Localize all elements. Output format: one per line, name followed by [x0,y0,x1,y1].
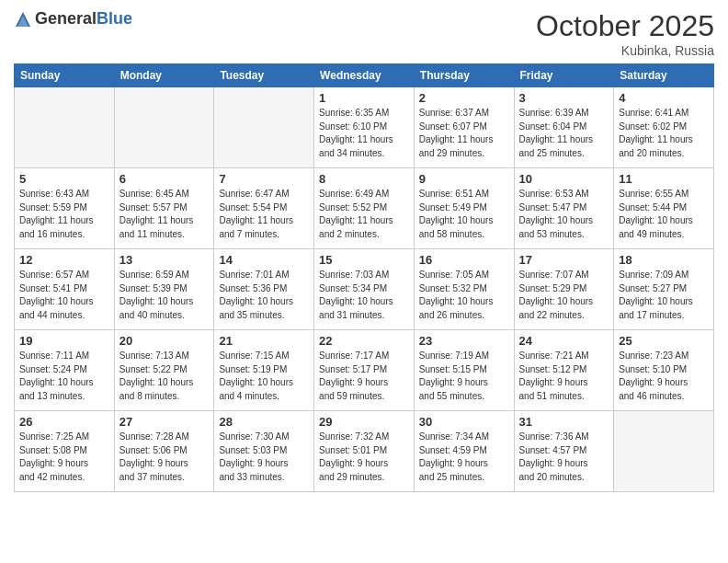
day-info: Sunrise: 6:53 AM Sunset: 5:47 PM Dayligh… [519,188,609,241]
day-number: 27 [119,415,210,429]
day-info: Sunrise: 6:59 AM Sunset: 5:39 PM Dayligh… [119,269,210,322]
day-info: Sunrise: 6:57 AM Sunset: 5:41 PM Dayligh… [19,269,109,322]
calendar-cell: 13Sunrise: 6:59 AM Sunset: 5:39 PM Dayli… [114,249,214,330]
calendar-cell: 5Sunrise: 6:43 AM Sunset: 5:59 PM Daylig… [15,168,115,249]
calendar-week-5: 26Sunrise: 7:25 AM Sunset: 5:08 PM Dayli… [15,411,714,492]
day-number: 15 [319,253,409,267]
col-wednesday: Wednesday [314,64,415,87]
day-info: Sunrise: 6:45 AM Sunset: 5:57 PM Dayligh… [119,188,210,241]
day-info: Sunrise: 7:03 AM Sunset: 5:34 PM Dayligh… [319,269,409,322]
day-number: 1 [319,91,409,105]
calendar-cell: 16Sunrise: 7:05 AM Sunset: 5:32 PM Dayli… [414,249,514,330]
day-number: 14 [219,253,309,267]
day-number: 29 [319,415,409,429]
day-info: Sunrise: 7:01 AM Sunset: 5:36 PM Dayligh… [219,269,309,322]
day-info: Sunrise: 7:36 AM Sunset: 4:57 PM Dayligh… [519,431,609,484]
calendar-cell: 15Sunrise: 7:03 AM Sunset: 5:34 PM Dayli… [314,249,415,330]
day-number: 24 [519,334,609,348]
calendar-table: Sunday Monday Tuesday Wednesday Thursday… [14,63,714,492]
day-number: 30 [419,415,509,429]
col-saturday: Saturday [614,64,714,87]
day-info: Sunrise: 7:17 AM Sunset: 5:17 PM Dayligh… [319,350,409,403]
location: Kubinka, Russia [536,43,714,58]
day-info: Sunrise: 7:19 AM Sunset: 5:15 PM Dayligh… [419,350,509,403]
calendar-cell: 4Sunrise: 6:41 AM Sunset: 6:02 PM Daylig… [614,87,714,168]
calendar-cell: 22Sunrise: 7:17 AM Sunset: 5:17 PM Dayli… [314,330,415,411]
calendar-week-1: 1Sunrise: 6:35 AM Sunset: 6:10 PM Daylig… [15,87,714,168]
day-number: 7 [219,172,309,186]
day-number: 13 [119,253,210,267]
day-info: Sunrise: 7:25 AM Sunset: 5:08 PM Dayligh… [19,431,109,484]
day-number: 31 [519,415,609,429]
calendar-week-4: 19Sunrise: 7:11 AM Sunset: 5:24 PM Dayli… [15,330,714,411]
title-area: October 2025 Kubinka, Russia [536,9,714,58]
calendar-cell [114,87,214,168]
header: GeneralBlue October 2025 Kubinka, Russia [14,9,714,58]
day-number: 5 [19,172,109,186]
day-number: 11 [619,172,709,186]
calendar-cell: 6Sunrise: 6:45 AM Sunset: 5:57 PM Daylig… [114,168,214,249]
calendar-cell [614,411,714,492]
day-number: 9 [419,172,509,186]
day-number: 2 [419,91,509,105]
logo-blue: Blue [97,9,132,29]
calendar-container: GeneralBlue October 2025 Kubinka, Russia… [0,0,728,501]
day-info: Sunrise: 7:34 AM Sunset: 4:59 PM Dayligh… [419,431,509,484]
calendar-cell: 25Sunrise: 7:23 AM Sunset: 5:10 PM Dayli… [614,330,714,411]
calendar-cell: 28Sunrise: 7:30 AM Sunset: 5:03 PM Dayli… [214,411,314,492]
day-number: 25 [619,334,709,348]
day-info: Sunrise: 6:51 AM Sunset: 5:49 PM Dayligh… [419,188,509,241]
day-number: 19 [19,334,109,348]
calendar-cell: 31Sunrise: 7:36 AM Sunset: 4:57 PM Dayli… [514,411,614,492]
day-info: Sunrise: 6:47 AM Sunset: 5:54 PM Dayligh… [219,188,309,241]
day-number: 26 [19,415,109,429]
calendar-cell [15,87,115,168]
day-info: Sunrise: 6:49 AM Sunset: 5:52 PM Dayligh… [319,188,409,241]
day-number: 17 [519,253,609,267]
day-info: Sunrise: 7:21 AM Sunset: 5:12 PM Dayligh… [519,350,609,403]
day-number: 6 [119,172,210,186]
day-info: Sunrise: 7:09 AM Sunset: 5:27 PM Dayligh… [619,269,709,322]
day-info: Sunrise: 6:55 AM Sunset: 5:44 PM Dayligh… [619,188,709,241]
calendar-cell: 29Sunrise: 7:32 AM Sunset: 5:01 PM Dayli… [314,411,415,492]
day-info: Sunrise: 7:15 AM Sunset: 5:19 PM Dayligh… [219,350,309,403]
day-number: 3 [519,91,609,105]
day-number: 8 [319,172,409,186]
calendar-cell [214,87,314,168]
day-number: 16 [419,253,509,267]
day-info: Sunrise: 7:28 AM Sunset: 5:06 PM Dayligh… [119,431,210,484]
day-number: 12 [19,253,109,267]
day-info: Sunrise: 7:23 AM Sunset: 5:10 PM Dayligh… [619,350,709,403]
calendar-week-2: 5Sunrise: 6:43 AM Sunset: 5:59 PM Daylig… [15,168,714,249]
col-sunday: Sunday [15,64,115,87]
day-number: 10 [519,172,609,186]
day-info: Sunrise: 7:13 AM Sunset: 5:22 PM Dayligh… [119,350,210,403]
day-info: Sunrise: 6:43 AM Sunset: 5:59 PM Dayligh… [19,188,109,241]
calendar-cell: 10Sunrise: 6:53 AM Sunset: 5:47 PM Dayli… [514,168,614,249]
day-info: Sunrise: 7:07 AM Sunset: 5:29 PM Dayligh… [519,269,609,322]
day-info: Sunrise: 7:30 AM Sunset: 5:03 PM Dayligh… [219,431,309,484]
calendar-cell: 3Sunrise: 6:39 AM Sunset: 6:04 PM Daylig… [514,87,614,168]
calendar-cell: 20Sunrise: 7:13 AM Sunset: 5:22 PM Dayli… [114,330,214,411]
col-tuesday: Tuesday [214,64,314,87]
calendar-cell: 7Sunrise: 6:47 AM Sunset: 5:54 PM Daylig… [214,168,314,249]
col-friday: Friday [514,64,614,87]
day-info: Sunrise: 7:05 AM Sunset: 5:32 PM Dayligh… [419,269,509,322]
logo-icon [14,10,32,29]
calendar-cell: 19Sunrise: 7:11 AM Sunset: 5:24 PM Dayli… [15,330,115,411]
day-number: 28 [219,415,309,429]
calendar-cell: 30Sunrise: 7:34 AM Sunset: 4:59 PM Dayli… [414,411,514,492]
logo-general: General [35,9,97,29]
calendar-cell: 27Sunrise: 7:28 AM Sunset: 5:06 PM Dayli… [114,411,214,492]
calendar-cell: 8Sunrise: 6:49 AM Sunset: 5:52 PM Daylig… [314,168,415,249]
day-number: 21 [219,334,309,348]
col-thursday: Thursday [414,64,514,87]
calendar-cell: 18Sunrise: 7:09 AM Sunset: 5:27 PM Dayli… [614,249,714,330]
col-monday: Monday [114,64,214,87]
calendar-cell: 11Sunrise: 6:55 AM Sunset: 5:44 PM Dayli… [614,168,714,249]
day-info: Sunrise: 6:37 AM Sunset: 6:07 PM Dayligh… [419,107,509,160]
calendar-cell: 21Sunrise: 7:15 AM Sunset: 5:19 PM Dayli… [214,330,314,411]
calendar-cell: 1Sunrise: 6:35 AM Sunset: 6:10 PM Daylig… [314,87,415,168]
day-number: 4 [619,91,709,105]
day-info: Sunrise: 6:35 AM Sunset: 6:10 PM Dayligh… [319,107,409,160]
